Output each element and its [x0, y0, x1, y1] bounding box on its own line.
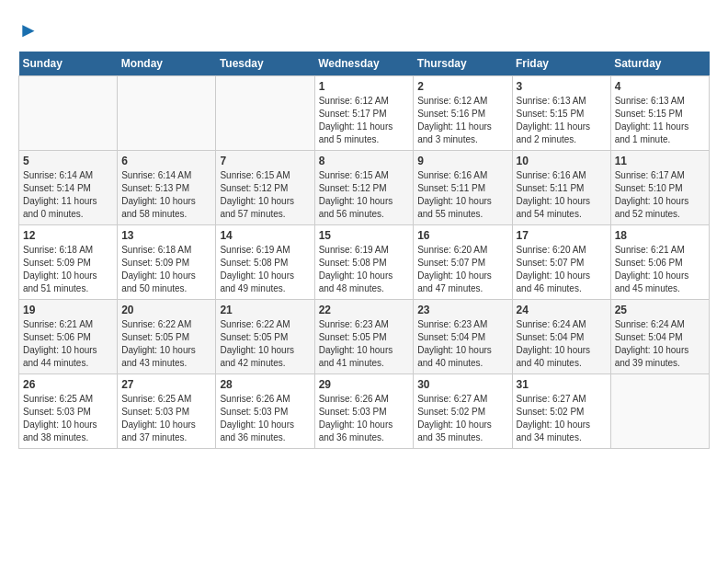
- day-info: Sunrise: 6:12 AM Sunset: 5:17 PM Dayligh…: [319, 95, 410, 146]
- day-info: Sunrise: 6:26 AM Sunset: 5:03 PM Dayligh…: [319, 393, 410, 444]
- calendar-cell: 11Sunrise: 6:17 AM Sunset: 5:10 PM Dayli…: [610, 151, 709, 225]
- day-number: 8: [319, 155, 410, 167]
- day-number: 29: [319, 378, 410, 391]
- calendar-header-row: SundayMondayTuesdayWednesdayThursdayFrid…: [19, 52, 710, 76]
- calendar-cell: 21Sunrise: 6:22 AM Sunset: 5:05 PM Dayli…: [216, 300, 314, 374]
- calendar-cell: 13Sunrise: 6:18 AM Sunset: 5:09 PM Dayli…: [118, 225, 216, 300]
- day-info: Sunrise: 6:16 AM Sunset: 5:11 PM Dayligh…: [417, 169, 507, 221]
- day-info: Sunrise: 6:14 AM Sunset: 5:13 PM Dayligh…: [121, 169, 211, 221]
- day-number: 28: [220, 378, 310, 391]
- calendar-cell: 7Sunrise: 6:15 AM Sunset: 5:12 PM Daylig…: [216, 151, 314, 225]
- calendar-cell: 23Sunrise: 6:23 AM Sunset: 5:04 PM Dayli…: [414, 300, 512, 374]
- calendar-cell: 3Sunrise: 6:13 AM Sunset: 5:15 PM Daylig…: [512, 76, 610, 151]
- day-number: 3: [517, 80, 607, 93]
- calendar-cell: 22Sunrise: 6:23 AM Sunset: 5:05 PM Dayli…: [314, 300, 414, 374]
- calendar-header-tuesday: Tuesday: [216, 52, 314, 76]
- day-number: 7: [220, 155, 310, 167]
- calendar-header-monday: Monday: [118, 52, 216, 76]
- calendar-cell: [216, 76, 314, 151]
- calendar-cell: 6Sunrise: 6:14 AM Sunset: 5:13 PM Daylig…: [118, 151, 216, 225]
- calendar-cell: 17Sunrise: 6:20 AM Sunset: 5:07 PM Dayli…: [512, 225, 610, 300]
- day-info: Sunrise: 6:25 AM Sunset: 5:03 PM Dayligh…: [121, 393, 211, 444]
- calendar-week-row: 1Sunrise: 6:12 AM Sunset: 5:17 PM Daylig…: [19, 76, 710, 151]
- day-number: 22: [319, 304, 410, 316]
- logo-bird-icon: ►: [18, 18, 39, 41]
- day-info: Sunrise: 6:18 AM Sunset: 5:09 PM Dayligh…: [121, 244, 211, 295]
- calendar-cell: 25Sunrise: 6:24 AM Sunset: 5:04 PM Dayli…: [610, 300, 709, 374]
- day-number: 17: [517, 229, 607, 242]
- calendar-cell: 15Sunrise: 6:19 AM Sunset: 5:08 PM Dayli…: [314, 225, 414, 300]
- calendar-cell: 18Sunrise: 6:21 AM Sunset: 5:06 PM Dayli…: [610, 225, 709, 300]
- day-number: 5: [23, 155, 113, 167]
- calendar-cell: 9Sunrise: 6:16 AM Sunset: 5:11 PM Daylig…: [414, 151, 512, 225]
- calendar-cell: 8Sunrise: 6:15 AM Sunset: 5:12 PM Daylig…: [314, 151, 414, 225]
- calendar-cell: 27Sunrise: 6:25 AM Sunset: 5:03 PM Dayli…: [118, 374, 216, 449]
- day-number: 31: [517, 378, 607, 391]
- day-number: 19: [23, 304, 113, 316]
- calendar-header-friday: Friday: [512, 52, 610, 76]
- day-info: Sunrise: 6:27 AM Sunset: 5:02 PM Dayligh…: [417, 393, 507, 444]
- calendar-table: SundayMondayTuesdayWednesdayThursdayFrid…: [18, 52, 710, 449]
- calendar-cell: 12Sunrise: 6:18 AM Sunset: 5:09 PM Dayli…: [19, 225, 118, 300]
- calendar-cell: 16Sunrise: 6:20 AM Sunset: 5:07 PM Dayli…: [414, 225, 512, 300]
- day-number: 9: [417, 155, 507, 167]
- day-number: 11: [615, 155, 705, 167]
- calendar-header-sunday: Sunday: [19, 52, 118, 76]
- calendar-cell: 4Sunrise: 6:13 AM Sunset: 5:15 PM Daylig…: [610, 76, 709, 151]
- day-info: Sunrise: 6:12 AM Sunset: 5:16 PM Dayligh…: [417, 95, 507, 146]
- calendar-cell: 10Sunrise: 6:16 AM Sunset: 5:11 PM Dayli…: [512, 151, 610, 225]
- day-number: 13: [121, 229, 211, 242]
- day-info: Sunrise: 6:26 AM Sunset: 5:03 PM Dayligh…: [220, 393, 310, 444]
- day-number: 6: [121, 155, 211, 167]
- calendar-cell: 19Sunrise: 6:21 AM Sunset: 5:06 PM Dayli…: [19, 300, 118, 374]
- calendar-cell: 24Sunrise: 6:24 AM Sunset: 5:04 PM Dayli…: [512, 300, 610, 374]
- day-info: Sunrise: 6:15 AM Sunset: 5:12 PM Dayligh…: [319, 169, 410, 221]
- calendar-cell: 14Sunrise: 6:19 AM Sunset: 5:08 PM Dayli…: [216, 225, 314, 300]
- calendar-week-row: 12Sunrise: 6:18 AM Sunset: 5:09 PM Dayli…: [19, 225, 710, 300]
- day-number: 24: [517, 304, 607, 316]
- day-number: 30: [417, 378, 507, 391]
- day-info: Sunrise: 6:22 AM Sunset: 5:05 PM Dayligh…: [220, 318, 310, 370]
- day-number: 14: [220, 229, 310, 242]
- day-info: Sunrise: 6:27 AM Sunset: 5:02 PM Dayligh…: [517, 393, 607, 444]
- calendar-week-row: 26Sunrise: 6:25 AM Sunset: 5:03 PM Dayli…: [19, 374, 710, 449]
- day-number: 10: [517, 155, 607, 167]
- calendar-cell: 5Sunrise: 6:14 AM Sunset: 5:14 PM Daylig…: [19, 151, 118, 225]
- day-number: 1: [319, 80, 410, 93]
- calendar-cell: [19, 76, 118, 151]
- calendar-week-row: 5Sunrise: 6:14 AM Sunset: 5:14 PM Daylig…: [19, 151, 710, 225]
- day-info: Sunrise: 6:13 AM Sunset: 5:15 PM Dayligh…: [517, 95, 607, 146]
- day-info: Sunrise: 6:16 AM Sunset: 5:11 PM Dayligh…: [517, 169, 607, 221]
- calendar-header-thursday: Thursday: [414, 52, 512, 76]
- day-info: Sunrise: 6:14 AM Sunset: 5:14 PM Dayligh…: [23, 169, 113, 221]
- calendar-cell: 29Sunrise: 6:26 AM Sunset: 5:03 PM Dayli…: [314, 374, 414, 449]
- day-info: Sunrise: 6:15 AM Sunset: 5:12 PM Dayligh…: [220, 169, 310, 221]
- day-number: 16: [417, 229, 507, 242]
- calendar-header-saturday: Saturday: [610, 52, 709, 76]
- calendar-cell: 30Sunrise: 6:27 AM Sunset: 5:02 PM Dayli…: [414, 374, 512, 449]
- day-number: 18: [615, 229, 705, 242]
- day-number: 2: [417, 80, 507, 93]
- day-number: 25: [615, 304, 705, 316]
- day-info: Sunrise: 6:23 AM Sunset: 5:05 PM Dayligh…: [319, 318, 410, 370]
- calendar-header-wednesday: Wednesday: [314, 52, 414, 76]
- day-number: 21: [220, 304, 310, 316]
- day-info: Sunrise: 6:23 AM Sunset: 5:04 PM Dayligh…: [417, 318, 507, 370]
- day-number: 12: [23, 229, 113, 242]
- calendar-cell: 2Sunrise: 6:12 AM Sunset: 5:16 PM Daylig…: [414, 76, 512, 151]
- day-info: Sunrise: 6:24 AM Sunset: 5:04 PM Dayligh…: [615, 318, 705, 370]
- day-info: Sunrise: 6:20 AM Sunset: 5:07 PM Dayligh…: [417, 244, 507, 295]
- calendar-cell: 1Sunrise: 6:12 AM Sunset: 5:17 PM Daylig…: [314, 76, 414, 151]
- day-info: Sunrise: 6:19 AM Sunset: 5:08 PM Dayligh…: [319, 244, 410, 295]
- day-info: Sunrise: 6:22 AM Sunset: 5:05 PM Dayligh…: [121, 318, 211, 370]
- day-info: Sunrise: 6:18 AM Sunset: 5:09 PM Dayligh…: [23, 244, 113, 295]
- calendar-cell: 31Sunrise: 6:27 AM Sunset: 5:02 PM Dayli…: [512, 374, 610, 449]
- day-info: Sunrise: 6:21 AM Sunset: 5:06 PM Dayligh…: [23, 318, 113, 370]
- calendar-cell: 26Sunrise: 6:25 AM Sunset: 5:03 PM Dayli…: [19, 374, 118, 449]
- calendar-cell: [610, 374, 709, 449]
- day-number: 20: [121, 304, 211, 316]
- day-info: Sunrise: 6:20 AM Sunset: 5:07 PM Dayligh…: [517, 244, 607, 295]
- day-info: Sunrise: 6:19 AM Sunset: 5:08 PM Dayligh…: [220, 244, 310, 295]
- day-number: 27: [121, 378, 211, 391]
- calendar-cell: [118, 76, 216, 151]
